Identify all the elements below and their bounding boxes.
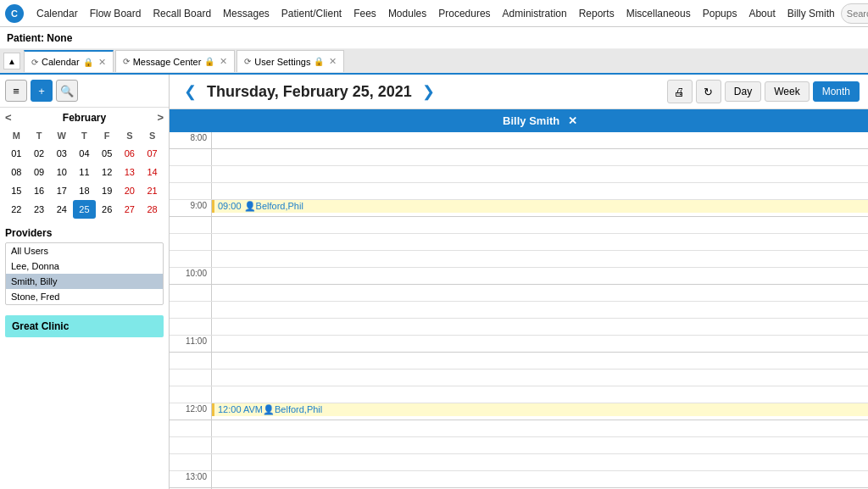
search-button[interactable]: 🔍: [56, 80, 78, 102]
provider-item[interactable]: Smith, Billy: [6, 274, 163, 289]
mini-cal-day[interactable]: 21: [141, 181, 164, 200]
mini-cal-day-header: W: [50, 127, 73, 144]
nav-item-miscellaneous[interactable]: Miscellaneous: [620, 0, 697, 27]
appointment-block[interactable]: 12:00 AVM👤Belford,Phil: [212, 403, 868, 416]
nav-item-administration[interactable]: Administration: [497, 0, 573, 27]
nav-item-recall-board[interactable]: Recall Board: [147, 0, 217, 27]
time-slot[interactable]: [212, 454, 868, 471]
time-slot[interactable]: [212, 353, 868, 370]
time-slot[interactable]: [212, 166, 868, 183]
time-row: [170, 370, 868, 386]
mini-cal-day[interactable]: 20: [119, 181, 142, 200]
mini-cal-day[interactable]: 02: [28, 144, 51, 163]
time-slot[interactable]: [212, 268, 868, 285]
nav-item-reports[interactable]: Reports: [573, 0, 620, 27]
nav-item-user[interactable]: Billy Smith: [782, 0, 841, 27]
mini-cal-day-header: S: [141, 127, 164, 144]
provider-item[interactable]: Stone, Fred: [6, 289, 163, 304]
calendar-title: Thursday, February 25, 2021: [207, 83, 412, 101]
search-input[interactable]: [847, 8, 868, 19]
time-slot[interactable]: [212, 336, 868, 353]
search-box[interactable]: 🔍: [841, 3, 868, 24]
tab-tab-calendar[interactable]: ⟳ Calendar 🔒 ✕: [24, 50, 114, 72]
menu-button[interactable]: ≡: [5, 80, 27, 102]
time-slot[interactable]: [212, 319, 868, 336]
mini-cal-day[interactable]: 12: [96, 163, 119, 181]
mini-cal-day[interactable]: 23: [28, 200, 51, 219]
tab-tab-settings[interactable]: ⟳ User Settings 🔒 ✕: [236, 50, 344, 72]
mini-cal-day[interactable]: 07: [141, 144, 164, 163]
mini-cal-day[interactable]: 09: [28, 163, 51, 181]
print-button[interactable]: 🖨: [667, 80, 693, 103]
tab-tab-messages[interactable]: ⟳ Message Center 🔒 ✕: [115, 50, 236, 72]
mini-cal-day[interactable]: 05: [96, 144, 119, 163]
refresh-button[interactable]: ↻: [696, 80, 721, 103]
time-slot[interactable]: 12:00 AVM👤Belford,Phil: [212, 403, 868, 420]
nav-item-procedures[interactable]: Procedures: [432, 0, 496, 27]
time-slot[interactable]: [212, 471, 868, 488]
tab-close-button[interactable]: ✕: [98, 57, 106, 68]
mini-cal-day[interactable]: 01: [5, 144, 28, 163]
cal-prev-button[interactable]: <: [5, 111, 12, 124]
mini-cal-day[interactable]: 25: [73, 200, 96, 219]
mini-cal-day[interactable]: 16: [28, 181, 51, 200]
mini-cal-day[interactable]: 11: [73, 163, 96, 181]
nav-item-about[interactable]: About: [743, 0, 781, 27]
time-slot[interactable]: [212, 302, 868, 319]
time-slot[interactable]: [212, 132, 868, 149]
time-slot[interactable]: [212, 386, 868, 403]
mini-cal-day[interactable]: 22: [5, 200, 28, 219]
week-view-button[interactable]: Week: [765, 81, 809, 102]
mini-cal-day[interactable]: 18: [73, 181, 96, 200]
clinic-label[interactable]: Great Clinic: [5, 315, 164, 337]
mini-cal-day[interactable]: 24: [50, 200, 73, 219]
time-slot[interactable]: 09:00 👤Belford,Phil: [212, 200, 868, 217]
mini-calendar: < February > MTWTFSS 0102030405060708091…: [0, 108, 169, 222]
month-view-button[interactable]: Month: [813, 81, 860, 102]
mini-cal-day[interactable]: 19: [96, 181, 119, 200]
appointment-block[interactable]: 09:00 👤Belford,Phil: [212, 200, 868, 213]
time-slot[interactable]: [212, 234, 868, 251]
time-slot[interactable]: [212, 183, 868, 200]
cal-next-button[interactable]: >: [157, 111, 164, 124]
mini-cal-day[interactable]: 08: [5, 163, 28, 181]
mini-cal-day[interactable]: 17: [50, 181, 73, 200]
nav-item-modules[interactable]: Modules: [382, 0, 432, 27]
tab-collapse-button[interactable]: ▲: [3, 53, 20, 69]
nav-item-messages[interactable]: Messages: [217, 0, 275, 27]
next-day-button[interactable]: ❯: [417, 80, 441, 103]
mini-cal-day[interactable]: 28: [141, 200, 164, 219]
day-view-button[interactable]: Day: [725, 81, 761, 102]
nav-item-flow-board[interactable]: Flow Board: [84, 0, 147, 27]
mini-cal-day[interactable]: 04: [73, 144, 96, 163]
mini-cal-day[interactable]: 06: [119, 144, 142, 163]
add-button[interactable]: +: [31, 80, 53, 102]
nav-item-fees[interactable]: Fees: [348, 0, 382, 27]
provider-item[interactable]: All Users: [6, 243, 163, 258]
time-row: 9:0009:00 👤Belford,Phil: [170, 200, 868, 217]
mini-cal-day[interactable]: 13: [119, 163, 142, 181]
provider-close-button[interactable]: ✕: [568, 114, 577, 127]
nav-item-calendar[interactable]: Calendar: [31, 0, 84, 27]
nav-item-popups[interactable]: Popups: [697, 0, 743, 27]
tab-close-button[interactable]: ✕: [220, 56, 227, 67]
time-slot[interactable]: [212, 149, 868, 166]
mini-cal-day[interactable]: 10: [50, 163, 73, 181]
time-slot[interactable]: [212, 251, 868, 268]
time-slot[interactable]: [212, 437, 868, 454]
mini-cal-day[interactable]: 03: [50, 144, 73, 163]
time-slot[interactable]: [212, 420, 868, 437]
mini-cal-day[interactable]: 26: [96, 200, 119, 219]
mini-cal-day[interactable]: 15: [5, 181, 28, 200]
time-label: [170, 319, 212, 335]
provider-item[interactable]: Lee, Donna: [6, 258, 163, 274]
time-slot[interactable]: [212, 285, 868, 302]
tab-close-button[interactable]: ✕: [329, 56, 337, 67]
time-slot[interactable]: [212, 370, 868, 386]
nav-item-patient-client[interactable]: Patient/Client: [275, 0, 348, 27]
top-nav: C CalendarFlow BoardRecall BoardMessages…: [0, 0, 868, 27]
time-slot[interactable]: [212, 217, 868, 234]
mini-cal-day[interactable]: 27: [119, 200, 142, 219]
prev-day-button[interactable]: ❮: [178, 80, 202, 103]
mini-cal-day[interactable]: 14: [141, 163, 164, 181]
